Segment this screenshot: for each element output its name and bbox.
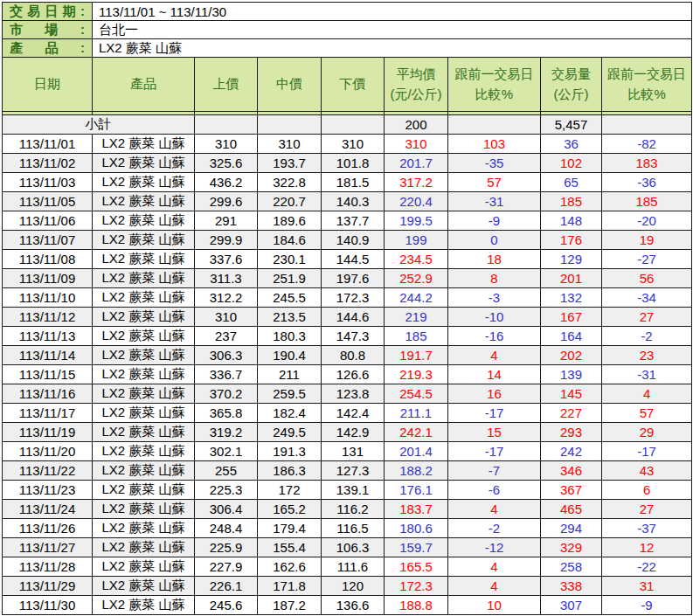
cell-date: 113/11/12 — [3, 308, 93, 327]
cell-lower: 181.5 — [322, 173, 385, 192]
cell-avg: 219 — [385, 308, 448, 327]
cell-upper: 325.6 — [195, 154, 258, 173]
cell-middle: 191.3 — [258, 442, 322, 461]
cell-avg: 234.5 — [385, 250, 448, 269]
cell-chg1: 16 — [448, 384, 541, 404]
trade-date-value: 113/11/01 ~ 113/11/30 — [93, 3, 692, 21]
cell-chg1: -31 — [448, 192, 541, 211]
cell-product: LX2 蕨菜 山蘇 — [93, 404, 195, 423]
cell-date: 113/11/27 — [3, 538, 93, 557]
cell-chg2: -37 — [602, 519, 692, 538]
product-value: LX2 蕨菜 山蘇 — [93, 39, 692, 58]
cell-middle: 171.8 — [258, 577, 322, 596]
subtotal-avg-price: 200 — [385, 115, 448, 135]
cell-lower: 136.6 — [322, 596, 385, 615]
cell-chg2: 43 — [602, 461, 692, 481]
table-row: 113/11/23LX2 蕨菜 山蘇225.3172139.1176.1-636… — [3, 481, 692, 500]
cell-upper: 248.4 — [195, 519, 258, 538]
table-row: 113/11/19LX2 蕨菜 山蘇319.2249.5142.9242.115… — [3, 423, 692, 442]
cell-date: 113/11/16 — [3, 384, 93, 404]
subtotal-price-change — [448, 115, 541, 135]
cell-upper: 225.3 — [195, 481, 258, 500]
cell-upper: 319.2 — [195, 423, 258, 442]
cell-middle: 180.3 — [258, 327, 322, 346]
cell-middle: 249.5 — [258, 423, 322, 442]
info-row-market: 市場: 台北一 — [3, 21, 692, 39]
cell-upper: 302.1 — [195, 442, 258, 461]
subtotal-section: 小計 200 5,457 — [3, 115, 692, 135]
cell-date: 113/11/01 — [3, 135, 93, 154]
cell-chg1: 15 — [448, 423, 541, 442]
cell-chg2: 23 — [602, 346, 692, 365]
cell-lower: 131 — [322, 442, 385, 461]
cell-chg1: 103 — [448, 135, 541, 154]
cell-product: LX2 蕨菜 山蘇 — [93, 423, 195, 442]
cell-date: 113/11/06 — [3, 211, 93, 231]
cell-upper: 311.3 — [195, 269, 258, 288]
cell-lower: 140.9 — [322, 231, 385, 250]
cell-vol: 258 — [541, 557, 602, 577]
cell-chg2: -2 — [602, 327, 692, 346]
header-section: 日期 產品 上價 中價 下價 平均價 (元/公斤) 跟前一交易日 比較% 交易量… — [3, 58, 692, 115]
cell-date: 113/11/13 — [3, 327, 93, 346]
cell-lower: 137.7 — [322, 211, 385, 231]
table-row: 113/11/20LX2 蕨菜 山蘇302.1191.3131201.4-172… — [3, 442, 692, 461]
data-rows: 113/11/01LX2 蕨菜 山蘇31031031031010336-8211… — [3, 135, 692, 615]
cell-product: LX2 蕨菜 山蘇 — [93, 346, 195, 365]
cell-product: LX2 蕨菜 山蘇 — [93, 231, 195, 250]
cell-vol: 164 — [541, 327, 602, 346]
cell-product: LX2 蕨菜 山蘇 — [93, 365, 195, 384]
cell-product: LX2 蕨菜 山蘇 — [93, 500, 195, 519]
cell-chg2: -17 — [602, 442, 692, 461]
cell-date: 113/11/10 — [3, 288, 93, 308]
cell-avg: 244.2 — [385, 288, 448, 308]
cell-lower: 142.4 — [322, 404, 385, 423]
cell-vol: 201 — [541, 269, 602, 288]
cell-avg: 191.7 — [385, 346, 448, 365]
cell-vol: 36 — [541, 135, 602, 154]
cell-upper: 299.9 — [195, 231, 258, 250]
cell-chg1: 8 — [448, 269, 541, 288]
cell-date: 113/11/07 — [3, 231, 93, 250]
cell-lower: 140.3 — [322, 192, 385, 211]
cell-product: LX2 蕨菜 山蘇 — [93, 327, 195, 346]
cell-middle: 179.4 — [258, 519, 322, 538]
cell-lower: 197.6 — [322, 269, 385, 288]
info-section: 交易日期: 113/11/01 ~ 113/11/30 市場: 台北一 產品: … — [3, 3, 692, 58]
cell-chg1: 57 — [448, 173, 541, 192]
table-row: 113/11/03LX2 蕨菜 山蘇436.2322.8181.5317.257… — [3, 173, 692, 192]
cell-product: LX2 蕨菜 山蘇 — [93, 442, 195, 461]
cell-chg1: -17 — [448, 404, 541, 423]
table-row: 113/11/17LX2 蕨菜 山蘇365.8182.4142.4211.1-1… — [3, 404, 692, 423]
cell-middle: 211 — [258, 365, 322, 384]
cell-middle: 322.8 — [258, 173, 322, 192]
col-header-volume: 交易量 (公斤) — [541, 58, 602, 112]
cell-vol: 65 — [541, 173, 602, 192]
cell-vol: 185 — [541, 192, 602, 211]
cell-date: 113/11/17 — [3, 404, 93, 423]
table-row: 113/11/09LX2 蕨菜 山蘇311.3251.9197.6252.982… — [3, 269, 692, 288]
cell-middle: 187.2 — [258, 596, 322, 615]
cell-vol: 202 — [541, 346, 602, 365]
col-header-lower-price: 下價 — [322, 58, 385, 112]
cell-middle: 186.3 — [258, 461, 322, 481]
cell-chg1: -12 — [448, 538, 541, 557]
cell-product: LX2 蕨菜 山蘇 — [93, 384, 195, 404]
cell-chg2: 6 — [602, 481, 692, 500]
cell-chg2: 56 — [602, 269, 692, 288]
subtotal-volume: 5,457 — [541, 115, 602, 135]
col-header-middle-price: 中價 — [258, 58, 322, 112]
cell-avg: 172.3 — [385, 577, 448, 596]
cell-chg2: -22 — [602, 557, 692, 577]
cell-avg: 185 — [385, 327, 448, 346]
cell-lower: 106.3 — [322, 538, 385, 557]
cell-product: LX2 蕨菜 山蘇 — [93, 173, 195, 192]
cell-chg1: -7 — [448, 461, 541, 481]
cell-product: LX2 蕨菜 山蘇 — [93, 557, 195, 577]
table-row: 113/11/29LX2 蕨菜 山蘇226.1171.8120172.34338… — [3, 577, 692, 596]
cell-date: 113/11/19 — [3, 423, 93, 442]
cell-chg1: -3 — [448, 288, 541, 308]
cell-product: LX2 蕨菜 山蘇 — [93, 211, 195, 231]
cell-middle: 182.4 — [258, 404, 322, 423]
cell-chg1: -6 — [448, 481, 541, 500]
